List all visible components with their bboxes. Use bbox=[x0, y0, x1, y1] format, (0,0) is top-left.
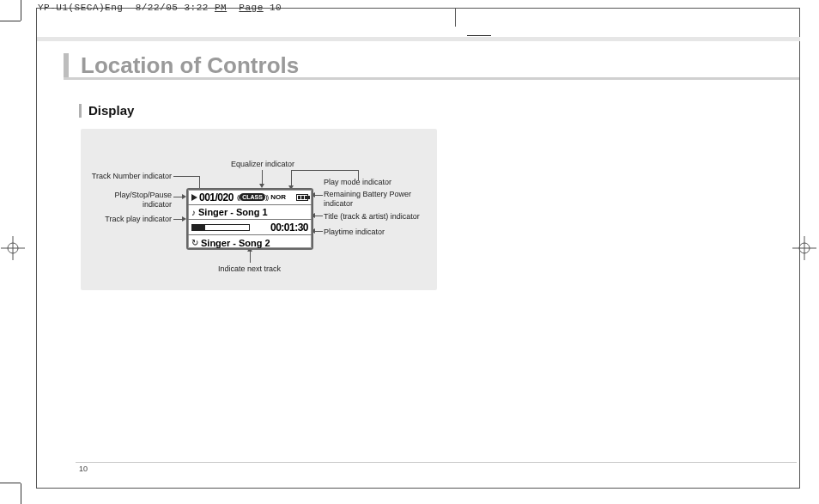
lcd-row-progress: 00:01:30 bbox=[188, 220, 312, 235]
lcd-row-title: ♪ Singer - Song 1 bbox=[188, 205, 312, 220]
print-slug: YP-U1(SECA)Eng 8/22/05 3:22 PM Page 10 bbox=[38, 3, 282, 13]
slug-date: 8/22/05 3:22 bbox=[136, 3, 209, 13]
arrow bbox=[314, 231, 323, 232]
lcd-row-next: ↻ Singer - Song 2 bbox=[188, 235, 312, 250]
lcd-playtime: 00:01:30 bbox=[270, 222, 308, 234]
subsection-title: Display bbox=[88, 103, 134, 118]
callout-battery: Remaining Battery Power indicator bbox=[324, 190, 411, 209]
section-underline bbox=[64, 77, 799, 80]
callout-equalizer: Equalizer indicator bbox=[231, 160, 294, 169]
callout-title: Title (track & artist) indicator bbox=[324, 212, 420, 222]
display-diagram-panel: Equalizer indicator Track Number indicat… bbox=[81, 129, 437, 290]
lcd-next-title: Singer - Song 2 bbox=[201, 238, 270, 248]
arrow bbox=[358, 170, 359, 180]
slug-file: YP-U1(SECA)Eng bbox=[38, 3, 123, 13]
gutter-mark bbox=[455, 8, 456, 27]
callout-play-stop-pause: Play/Stop/Pause indicator bbox=[86, 191, 172, 209]
crop-mark bbox=[21, 0, 21, 21]
section-accent bbox=[64, 53, 69, 79]
header-band bbox=[37, 37, 800, 41]
lcd-display: 001/020 ((CLASS)) NOR ♪ Singer - Song 1 … bbox=[186, 188, 313, 250]
slug-ampm: PM bbox=[215, 3, 227, 13]
page-number: 10 bbox=[79, 465, 88, 473]
registration-mark-icon bbox=[792, 236, 816, 260]
arrow bbox=[314, 195, 323, 196]
callout-playtime: Playtime indicator bbox=[324, 228, 385, 237]
section-title: Location of Controls bbox=[81, 52, 299, 79]
equalizer-icon: ((CLASS)) bbox=[237, 193, 268, 201]
progress-bar-icon bbox=[191, 224, 250, 231]
crop-mark bbox=[21, 483, 21, 504]
subsection-header: Display bbox=[79, 103, 134, 118]
lcd-play-mode: NOR bbox=[270, 193, 286, 201]
play-icon bbox=[191, 194, 197, 201]
crop-mark bbox=[0, 21, 21, 21]
slug-pageword: Page bbox=[239, 3, 263, 13]
registration-mark-icon bbox=[1, 236, 25, 260]
battery-icon bbox=[296, 194, 308, 201]
lcd-row-status: 001/020 ((CLASS)) NOR bbox=[188, 190, 312, 205]
slug-pageno: 10 bbox=[270, 3, 282, 13]
arrow bbox=[314, 216, 323, 216]
arrow bbox=[291, 170, 292, 187]
arrow bbox=[291, 170, 358, 171]
section-header: Location of Controls bbox=[64, 50, 299, 79]
crop-mark bbox=[0, 483, 21, 483]
callout-track-number: Track Number indicator bbox=[86, 172, 172, 181]
arrow bbox=[173, 176, 199, 177]
arrow bbox=[250, 251, 251, 263]
next-track-icon: ↻ bbox=[191, 238, 198, 247]
callout-track-play: Track play indicator bbox=[86, 215, 172, 224]
lcd-track-counter: 001/020 bbox=[199, 191, 234, 203]
music-note-icon: ♪ bbox=[191, 208, 196, 217]
callout-next-track: Indicate next track bbox=[218, 264, 281, 274]
subsection-accent bbox=[79, 104, 82, 118]
lcd-current-title: Singer - Song 1 bbox=[198, 207, 268, 217]
